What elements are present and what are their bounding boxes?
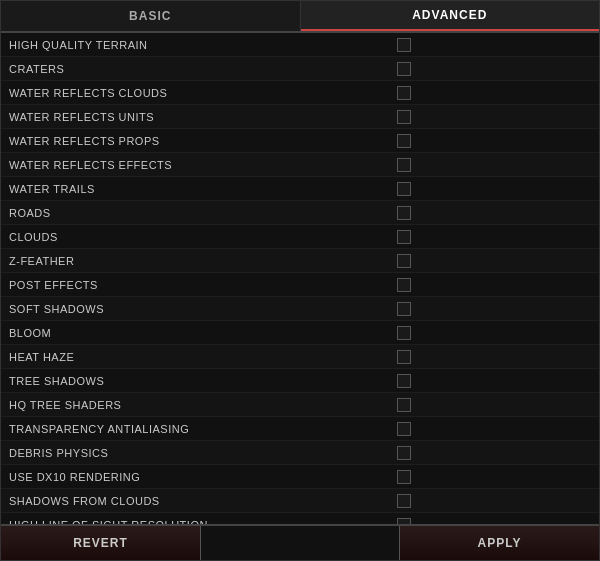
setting-label: WATER REFLECTS EFFECTS	[9, 159, 397, 171]
setting-checkbox-tree-shadows[interactable]	[397, 374, 411, 388]
setting-label: DEBRIS PHYSICS	[9, 447, 397, 459]
setting-checkbox-transparency-antialiasing[interactable]	[397, 422, 411, 436]
setting-checkbox-soft-shadows[interactable]	[397, 302, 411, 316]
footer-spacer	[201, 526, 399, 560]
setting-label: WATER REFLECTS CLOUDS	[9, 87, 397, 99]
setting-label: POST EFFECTS	[9, 279, 397, 291]
content-area: HIGH QUALITY TERRAINCRATERSWATER REFLECT…	[1, 33, 599, 524]
table-row: WATER TRAILS	[1, 177, 599, 201]
setting-label: USE DX10 RENDERING	[9, 471, 397, 483]
setting-label: HQ TREE SHADERS	[9, 399, 397, 411]
setting-label: CLOUDS	[9, 231, 397, 243]
table-row: HIGH LINE OF SIGHT RESOLUTION	[1, 513, 599, 524]
setting-label: HEAT HAZE	[9, 351, 397, 363]
table-row: CLOUDS	[1, 225, 599, 249]
setting-label: ROADS	[9, 207, 397, 219]
table-row: CRATERS	[1, 57, 599, 81]
setting-checkbox-craters[interactable]	[397, 62, 411, 76]
setting-label: SOFT SHADOWS	[9, 303, 397, 315]
tab-advanced[interactable]: ADVANCED	[301, 1, 600, 31]
table-row: HIGH QUALITY TERRAIN	[1, 33, 599, 57]
setting-checkbox-shadows-from-clouds[interactable]	[397, 494, 411, 508]
setting-checkbox-post-effects[interactable]	[397, 278, 411, 292]
setting-label: WATER REFLECTS UNITS	[9, 111, 397, 123]
setting-checkbox-z-feather[interactable]	[397, 254, 411, 268]
table-row: Z-FEATHER	[1, 249, 599, 273]
tab-basic[interactable]: BASIC	[1, 1, 301, 31]
setting-checkbox-water-reflects-clouds[interactable]	[397, 86, 411, 100]
apply-button[interactable]: APPLY	[399, 526, 599, 560]
revert-button[interactable]: REVERT	[1, 526, 201, 560]
settings-list: HIGH QUALITY TERRAINCRATERSWATER REFLECT…	[1, 33, 599, 524]
setting-checkbox-bloom[interactable]	[397, 326, 411, 340]
table-row: SHADOWS FROM CLOUDS	[1, 489, 599, 513]
setting-label: HIGH QUALITY TERRAIN	[9, 39, 397, 51]
setting-label: TRANSPARENCY ANTIALIASING	[9, 423, 397, 435]
table-row: BLOOM	[1, 321, 599, 345]
table-row: ROADS	[1, 201, 599, 225]
setting-label: WATER REFLECTS PROPS	[9, 135, 397, 147]
setting-checkbox-use-dx10-rendering[interactable]	[397, 470, 411, 484]
table-row: HEAT HAZE	[1, 345, 599, 369]
setting-label: BLOOM	[9, 327, 397, 339]
setting-label: WATER TRAILS	[9, 183, 397, 195]
table-row: WATER REFLECTS CLOUDS	[1, 81, 599, 105]
table-row: HQ TREE SHADERS	[1, 393, 599, 417]
setting-label: CRATERS	[9, 63, 397, 75]
table-row: POST EFFECTS	[1, 273, 599, 297]
setting-label: SHADOWS FROM CLOUDS	[9, 495, 397, 507]
setting-checkbox-high-quality-terrain[interactable]	[397, 38, 411, 52]
setting-label: Z-FEATHER	[9, 255, 397, 267]
setting-checkbox-heat-haze[interactable]	[397, 350, 411, 364]
settings-window: BASIC ADVANCED HIGH QUALITY TERRAINCRATE…	[0, 0, 600, 561]
setting-checkbox-debris-physics[interactable]	[397, 446, 411, 460]
footer: REVERT APPLY	[1, 524, 599, 560]
setting-checkbox-clouds[interactable]	[397, 230, 411, 244]
table-row: USE DX10 RENDERING	[1, 465, 599, 489]
table-row: DEBRIS PHYSICS	[1, 441, 599, 465]
table-row: WATER REFLECTS UNITS	[1, 105, 599, 129]
setting-checkbox-water-reflects-props[interactable]	[397, 134, 411, 148]
table-row: TREE SHADOWS	[1, 369, 599, 393]
setting-checkbox-water-reflects-units[interactable]	[397, 110, 411, 124]
setting-checkbox-roads[interactable]	[397, 206, 411, 220]
tab-bar: BASIC ADVANCED	[1, 1, 599, 33]
setting-label: TREE SHADOWS	[9, 375, 397, 387]
table-row: WATER REFLECTS PROPS	[1, 129, 599, 153]
table-row: TRANSPARENCY ANTIALIASING	[1, 417, 599, 441]
table-row: SOFT SHADOWS	[1, 297, 599, 321]
setting-checkbox-hq-tree-shaders[interactable]	[397, 398, 411, 412]
setting-checkbox-water-trails[interactable]	[397, 182, 411, 196]
table-row: WATER REFLECTS EFFECTS	[1, 153, 599, 177]
setting-checkbox-water-reflects-effects[interactable]	[397, 158, 411, 172]
